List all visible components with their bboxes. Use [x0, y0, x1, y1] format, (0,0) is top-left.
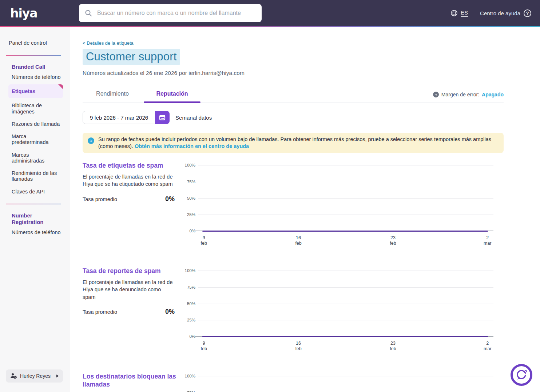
- approx-icon: ≈: [433, 92, 439, 97]
- x-axis-tick: 2mar: [484, 235, 492, 246]
- chart-plot: 100%75%50%25%0%: [198, 376, 493, 392]
- gridline: [198, 271, 493, 271]
- gridline: [198, 215, 493, 215]
- y-axis-tick: 0%: [182, 334, 195, 339]
- sidebar-heading-number-registration: Number Registration: [0, 209, 70, 226]
- sidebar-divider: [6, 55, 61, 56]
- svg-text:?: ?: [524, 369, 528, 375]
- tab-bar: Rendimiento Reputación ≈ Margen de error…: [83, 86, 504, 103]
- page-title: Customer support: [83, 49, 180, 65]
- section-description: El porcentaje de llamadas en la red de H…: [83, 279, 174, 301]
- user-name: Hurley Reyes: [20, 373, 53, 379]
- sidebar-heading-branded-call: Branded Call: [0, 61, 70, 71]
- sidebar-item-api-keys[interactable]: Claves de API: [0, 185, 70, 198]
- spam-label-rate-section: Tasa de etiquetas de spam El porcentaje …: [83, 162, 504, 247]
- date-range-input[interactable]: 9 feb 2026 - 7 mar 2026: [83, 111, 155, 124]
- x-axis-tick: 9feb: [201, 341, 207, 352]
- sidebar-item-phone-numbers[interactable]: Números de teléfono: [0, 71, 70, 83]
- y-axis-tick: 75%: [182, 391, 195, 392]
- x-axis-tick: 23feb: [390, 235, 396, 246]
- top-header: hiya ES Centro de ayuda ?: [0, 0, 540, 26]
- hiya-logo[interactable]: hiya: [10, 6, 37, 20]
- sidebar-item-nr-phone-numbers[interactable]: Números de teléfono: [0, 226, 70, 239]
- data-line: [202, 336, 488, 337]
- header-divider: [474, 8, 474, 18]
- search-icon: [85, 9, 92, 17]
- sidebar: Panel de control Branded Call Números de…: [0, 27, 70, 392]
- x-axis-tick: 16feb: [295, 341, 301, 352]
- low-volume-banner: ≈ Su rango de fechas puede incluir perío…: [83, 133, 504, 153]
- average-rate-value: 0%: [165, 195, 175, 203]
- help-center-link[interactable]: Centro de ayuda ?: [480, 9, 531, 17]
- search-input[interactable]: [97, 10, 257, 16]
- average-rate-label: Tasa promedio: [83, 196, 117, 202]
- x-axis-tick: 2mar: [484, 341, 492, 352]
- sidebar-item-default-brand[interactable]: Marca predeterminada: [0, 130, 70, 148]
- sidebar-item-image-library[interactable]: Biblioteca de imágenes: [0, 99, 70, 117]
- y-axis-tick: 50%: [182, 301, 195, 306]
- section-title: Los destinatarios bloquean las llamadas: [83, 373, 182, 389]
- date-controls: 9 feb 2026 - 7 mar 2026 Semanal datos: [83, 111, 504, 124]
- gridline: [198, 304, 493, 304]
- margin-of-error: ≈ Margen de error: Apagado: [433, 92, 504, 103]
- sidebar-item-labels[interactable]: Etiquetas: [8, 84, 63, 98]
- banner-help-link[interactable]: Obtén más información en el centro de ay…: [135, 143, 249, 149]
- chart-x-axis: 9feb16feb23feb2mar: [198, 339, 493, 352]
- margin-of-error-label: Margen de error:: [441, 92, 479, 97]
- tab-reputation[interactable]: Reputación: [142, 86, 202, 103]
- y-axis-tick: 25%: [182, 212, 195, 217]
- x-axis-tick: 16feb: [295, 235, 301, 246]
- y-axis-tick: 100%: [182, 268, 195, 273]
- chart-plot: 100%75%50%25%0%: [198, 165, 493, 231]
- y-axis-tick: 25%: [182, 318, 195, 322]
- help-center-label: Centro de ayuda: [480, 10, 520, 16]
- user-menu-button[interactable]: Hurley Reyes: [6, 369, 63, 383]
- sidebar-item-call-reasons[interactable]: Razones de llamada: [0, 118, 70, 130]
- help-chat-button[interactable]: ?: [511, 364, 532, 386]
- search-bar[interactable]: [79, 4, 262, 22]
- margin-of-error-toggle[interactable]: Apagado: [482, 92, 504, 97]
- question-icon: ?: [524, 9, 531, 17]
- y-axis-tick: 100%: [182, 374, 195, 378]
- section-title: Tasa de reportes de spam: [83, 267, 182, 275]
- globe-icon: [450, 9, 458, 17]
- updated-info: Números actualizados el 26 ene 2026 por …: [83, 70, 504, 76]
- calendar-icon: [159, 114, 166, 121]
- y-axis-tick: 50%: [182, 196, 195, 200]
- y-axis-tick: 100%: [182, 163, 195, 167]
- data-line: [202, 231, 488, 232]
- gridline: [198, 198, 493, 199]
- breadcrumb-back-link[interactable]: < Detalles de la etiqueta: [83, 40, 504, 46]
- blocked-calls-chart: 100%75%50%25%0% 9feb16feb23feb2mar: [182, 373, 504, 392]
- sync-icon: ≈: [88, 137, 94, 144]
- sidebar-item-label: Etiquetas: [12, 88, 35, 94]
- section-title: Tasa de etiquetas de spam: [83, 162, 182, 170]
- sidebar-item-managed-brands[interactable]: Marcas administradas: [0, 149, 70, 167]
- average-rate-value: 0%: [165, 308, 175, 316]
- gridline: [198, 182, 493, 182]
- gridline: [198, 320, 493, 320]
- gridline: [198, 376, 493, 376]
- chat-help-icon: ?: [515, 369, 528, 381]
- section-description: El porcentaje de llamadas en la red de H…: [83, 173, 174, 188]
- granularity-label: Semanal datos: [175, 115, 212, 121]
- language-selector[interactable]: ES: [450, 9, 468, 17]
- chart-plot: 100%75%50%25%0%: [198, 271, 493, 336]
- language-code: ES: [461, 9, 468, 17]
- spam-report-rate-section: Tasa de reportes de spam El porcentaje d…: [83, 267, 504, 352]
- gridline: [198, 287, 493, 288]
- calendar-button[interactable]: [155, 111, 170, 124]
- user-settings-icon: [10, 373, 17, 379]
- x-axis-tick: 23feb: [390, 341, 396, 352]
- x-axis-tick: 9feb: [201, 235, 207, 246]
- y-axis-tick: 75%: [182, 285, 195, 289]
- spam-report-rate-chart: 100%75%50%25%0% 9feb16feb23feb2mar: [182, 267, 504, 352]
- sidebar-item-dashboard[interactable]: Panel de control: [0, 37, 70, 49]
- gridline: [198, 165, 493, 165]
- y-axis-tick: 75%: [182, 180, 195, 184]
- header-actions: ES Centro de ayuda ?: [450, 0, 531, 26]
- spam-label-rate-chart: 100%75%50%25%0% 9feb16feb23feb2mar: [182, 162, 504, 247]
- tab-performance[interactable]: Rendimiento: [83, 86, 142, 103]
- sidebar-item-call-performance[interactable]: Rendimiento de las llamadas: [0, 167, 70, 185]
- y-axis-tick: 0%: [182, 229, 195, 233]
